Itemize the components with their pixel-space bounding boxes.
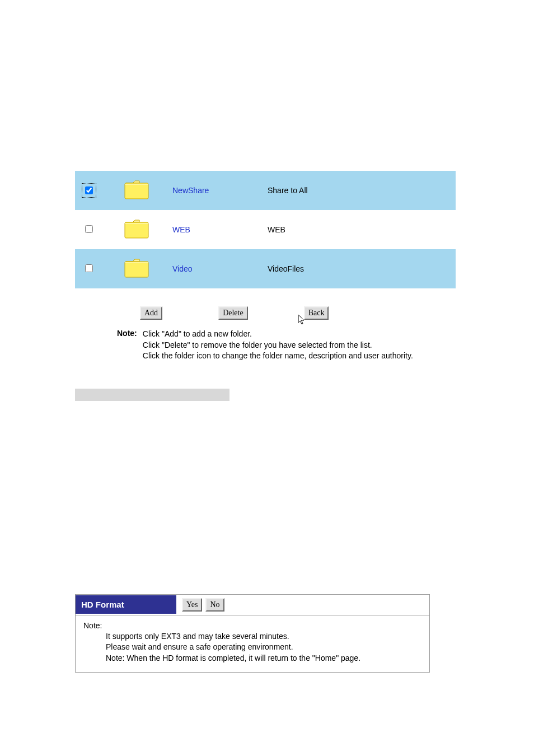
folder-icon[interactable] <box>123 194 151 203</box>
hd-note-lines: It supports only EXT3 and may take sever… <box>106 631 421 664</box>
hd-format-panel: HD Format Yes No Note: It supports only … <box>75 594 430 673</box>
folder-desc-cell: WEB <box>265 210 456 249</box>
note-lines: Click "Add" to add a new folder. Click "… <box>143 329 413 362</box>
table-row: WEBWEB <box>75 210 456 249</box>
add-button[interactable]: Add <box>140 306 162 320</box>
svg-rect-0 <box>125 183 148 199</box>
folder-desc-cell: Share to All <box>265 171 456 210</box>
folder-name-link[interactable]: Video <box>172 264 193 273</box>
back-button[interactable]: Back <box>304 306 329 320</box>
checkbox-focus-ring <box>83 185 95 196</box>
note-line-2: Click "Delete" to remove the folder you … <box>143 340 413 351</box>
folder-name-link[interactable]: WEB <box>172 225 190 234</box>
checkbox-cell <box>75 249 103 288</box>
note-label: Note: <box>117 329 137 362</box>
folder-icon-cell <box>103 210 170 249</box>
folder-name-cell: WEB <box>170 210 265 249</box>
folder-desc: VideoFiles <box>268 264 304 273</box>
hd-line-1: It supports only EXT3 and may take sever… <box>106 631 421 642</box>
svg-rect-2 <box>125 262 148 277</box>
button-row: Add Delete Back <box>140 306 456 320</box>
folder-list: NewShareShare to AllWEBWEBVideoVideoFile… <box>75 171 456 401</box>
hd-note-label: Note: <box>83 621 421 630</box>
folder-icon[interactable] <box>123 233 151 242</box>
table-row: VideoVideoFiles <box>75 249 456 288</box>
hd-buttons: Yes No <box>176 595 230 615</box>
yes-button[interactable]: Yes <box>182 598 202 612</box>
svg-rect-1 <box>125 222 148 238</box>
folder-icon-cell <box>103 171 170 210</box>
folder-desc-cell: VideoFiles <box>265 249 456 288</box>
hd-line-2: Please wait and ensure a safe operating … <box>106 642 421 653</box>
hd-title: HD Format <box>76 595 176 614</box>
gray-bar <box>75 389 229 401</box>
folder-desc: Share to All <box>268 186 308 195</box>
folder-table: NewShareShare to AllWEBWEBVideoVideoFile… <box>75 171 456 288</box>
folder-icon-cell <box>103 249 170 288</box>
folder-name-cell: NewShare <box>170 171 265 210</box>
note-line-1: Click "Add" to add a new folder. <box>143 329 413 340</box>
no-button[interactable]: No <box>205 598 224 612</box>
note-line-3: Click the folder icon to change the fold… <box>143 351 413 362</box>
folder-desc: WEB <box>268 225 285 234</box>
hd-body: Note: It supports only EXT3 and may take… <box>76 615 429 672</box>
folder-name-link[interactable]: NewShare <box>172 186 209 195</box>
table-row: NewShareShare to All <box>75 171 456 210</box>
row-checkbox[interactable] <box>85 186 93 194</box>
note-block: Note: Click "Add" to add a new folder. C… <box>117 329 456 362</box>
hd-header: HD Format Yes No <box>76 595 429 615</box>
row-checkbox[interactable] <box>85 225 93 233</box>
folder-icon[interactable] <box>123 272 151 281</box>
row-checkbox[interactable] <box>85 264 93 272</box>
checkbox-cell <box>75 210 103 249</box>
delete-button[interactable]: Delete <box>218 306 248 320</box>
folder-name-cell: Video <box>170 249 265 288</box>
checkbox-cell <box>75 171 103 210</box>
hd-line-3: Note: When the HD format is completed, i… <box>106 653 421 664</box>
